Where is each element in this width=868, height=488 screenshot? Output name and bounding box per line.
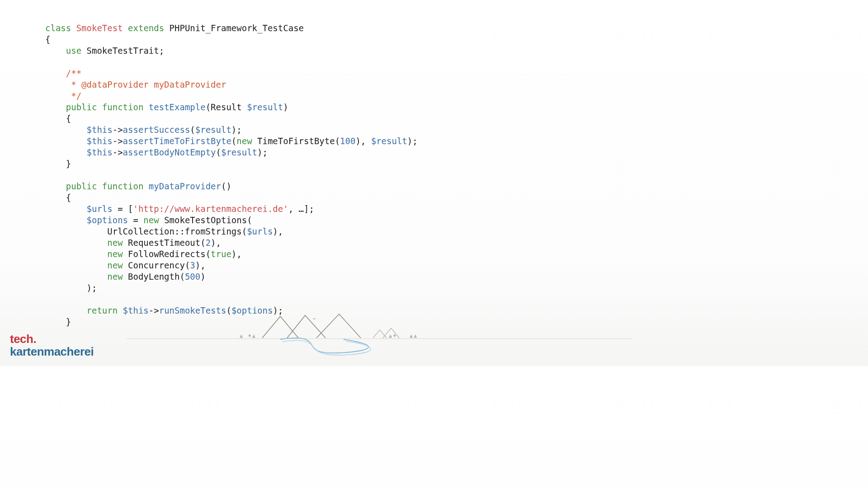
txt: ),: [273, 226, 283, 236]
kw-class: class: [45, 23, 71, 33]
string: 'http://www.kartenmacherei.de': [133, 204, 288, 214]
txt: ): [200, 272, 205, 282]
arrow: ->: [113, 125, 123, 135]
txt: UrlCollection::fromStrings(: [107, 226, 247, 236]
kw-public: public: [66, 102, 97, 112]
method: runSmokeTests: [159, 305, 226, 315]
mountain-illustration: ^ ▲ ♦▲ ▲♦ ▲▲: [127, 316, 633, 357]
txt: ),: [195, 260, 206, 270]
trees-icon: ▲ ♦▲: [240, 333, 256, 339]
logo-line2: kartenmacherei: [10, 346, 94, 358]
paren: );: [407, 136, 418, 146]
number: 2: [206, 238, 211, 248]
docblock: */: [66, 91, 81, 101]
paren: );: [257, 147, 268, 157]
kw-extends: extends: [128, 23, 164, 33]
this: $this: [87, 136, 113, 146]
base-class: PHPUnit_Framework_TestCase: [170, 23, 304, 33]
arg: $urls: [247, 226, 273, 236]
type: FollowRedirects(: [123, 249, 211, 259]
code-block: class SmokeTest extends PHPUnit_Framewor…: [45, 23, 418, 328]
kw-function: function: [102, 181, 144, 191]
kw-function: function: [102, 102, 144, 112]
svg-text:^: ^: [313, 318, 316, 323]
paren: (: [231, 136, 236, 146]
arg: $result: [371, 136, 407, 146]
type: TimeToFirstByte(: [252, 136, 340, 146]
kw-return: return: [87, 305, 118, 315]
number: 3: [190, 260, 195, 270]
sig: (Result: [206, 102, 247, 112]
arg: $result: [195, 125, 231, 135]
kw-new: new: [107, 249, 123, 259]
paren: (: [216, 147, 221, 157]
txt: ),: [211, 238, 221, 248]
type: RequestTimeout(: [123, 238, 206, 248]
kw-public: public: [66, 181, 97, 191]
this: $this: [123, 305, 149, 315]
bool: true: [211, 249, 231, 259]
fn-name: testExample: [149, 102, 206, 112]
var: $options: [87, 215, 128, 225]
kw-new: new: [107, 260, 123, 270]
txt: ),: [355, 136, 371, 146]
paren: );: [231, 125, 242, 135]
logo-line1: tech.: [10, 333, 94, 345]
txt: );: [87, 283, 97, 293]
type: BodyLength(: [123, 272, 185, 282]
type: SmokeTestOptions(: [159, 215, 252, 225]
arrow: ->: [149, 305, 159, 315]
kw-new: new: [107, 238, 123, 248]
txt: =: [128, 215, 143, 225]
class-name: SmokeTest: [76, 23, 123, 33]
this: $this: [87, 125, 113, 135]
fn-name: myDataProvider: [149, 181, 221, 191]
arrow: ->: [113, 136, 123, 146]
kw-new: new: [143, 215, 159, 225]
kw-new: new: [236, 136, 252, 146]
arg: $result: [221, 147, 257, 157]
txt: = [: [113, 204, 133, 214]
txt: , …];: [288, 204, 314, 214]
kw-new: new: [107, 272, 123, 282]
arrow: ->: [113, 147, 123, 157]
this: $this: [87, 147, 113, 157]
mountain-icon: ^: [262, 312, 362, 339]
sig: ): [283, 102, 288, 112]
method: assertTimeToFirstByte: [123, 136, 231, 146]
river-icon: [276, 337, 393, 360]
brace: {: [66, 113, 71, 123]
arg: $result: [247, 102, 283, 112]
method: assertSuccess: [123, 125, 190, 135]
brace: {: [66, 192, 71, 202]
paren: (: [226, 305, 231, 315]
paren: (: [190, 125, 195, 135]
kw-use: use: [66, 46, 81, 56]
sig: (): [221, 181, 231, 191]
txt: ),: [231, 249, 242, 259]
brace: {: [45, 34, 50, 44]
docblock: /**: [66, 68, 81, 78]
brand-logo: tech. kartenmacherei: [10, 333, 94, 358]
type: Concurrency(: [123, 260, 190, 270]
trait-name: SmokeTestTrait;: [87, 46, 165, 56]
var: $urls: [87, 204, 113, 214]
number: 500: [185, 272, 200, 282]
number: 100: [340, 136, 355, 146]
brace: }: [66, 159, 71, 169]
brace: }: [66, 317, 71, 327]
method: assertBodyNotEmpty: [123, 147, 216, 157]
docblock: * @dataProvider myDataProvider: [66, 80, 226, 89]
